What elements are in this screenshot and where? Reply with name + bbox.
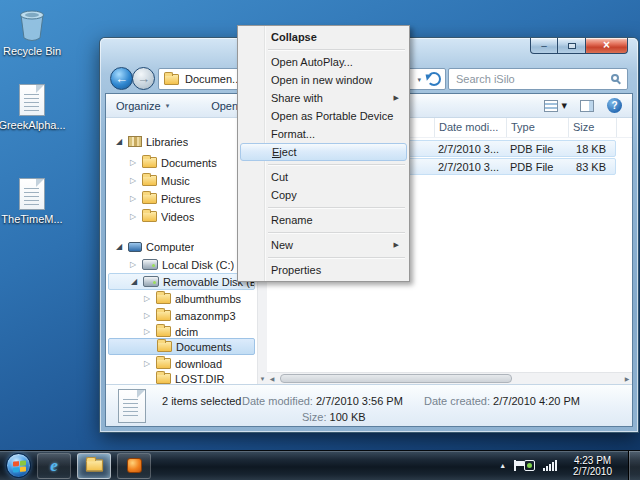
file-date-cell: 2/7/2010 3... xyxy=(435,143,507,155)
tree-item-libraries[interactable]: ◢ Libraries xyxy=(108,133,255,150)
expander-icon[interactable]: ▷ xyxy=(142,311,152,320)
minimize-button[interactable]: – xyxy=(530,38,558,54)
expander-icon[interactable]: ▷ xyxy=(142,359,152,368)
back-button[interactable]: ← xyxy=(110,67,133,90)
menu-item-share-with[interactable]: Share with▶ xyxy=(240,89,407,107)
search-placeholder: Search iSilo xyxy=(456,73,515,85)
forward-button[interactable]: → xyxy=(132,67,155,90)
menu-item-rename[interactable]: Rename xyxy=(240,211,407,229)
folder-icon xyxy=(164,74,179,85)
taskbar-app-windows-explorer[interactable] xyxy=(77,453,111,479)
tree-item-local-disk-c[interactable]: ▷ Local Disk (C:) xyxy=(108,256,255,273)
taskbar-app-media[interactable] xyxy=(117,453,151,479)
tree-item-videos[interactable]: ▷ Videos xyxy=(108,208,255,225)
menu-item-open-autoplay[interactable]: Open AutoPlay... xyxy=(240,53,407,71)
help-button[interactable]: ? xyxy=(607,98,622,113)
column-header-size[interactable]: Size xyxy=(569,118,617,137)
list-horizontal-scrollbar[interactable]: ◀ ▶ xyxy=(267,372,632,384)
desktop-icon-recycle-bin[interactable]: Recycle Bin xyxy=(0,8,64,57)
views-icon xyxy=(544,100,558,112)
safely-remove-hardware-icon[interactable] xyxy=(524,460,535,471)
recycle-bin-icon xyxy=(16,8,48,42)
tree-item-pictures[interactable]: ▷ Pictures xyxy=(108,190,255,207)
preview-pane-button[interactable] xyxy=(580,100,594,112)
menu-separator xyxy=(268,257,405,258)
menu-separator xyxy=(268,164,405,165)
desktop-icon-greekalpha[interactable]: GreekAlpha... xyxy=(0,84,64,131)
expander-icon[interactable]: ▷ xyxy=(128,194,138,203)
show-hidden-icons-button[interactable]: ▲ xyxy=(499,462,506,469)
menu-item-copy[interactable]: Copy xyxy=(240,186,407,204)
tree-item-lost-dir[interactable]: ▷ LOST.DIR xyxy=(108,370,255,384)
scrollbar-thumb[interactable] xyxy=(280,374,512,383)
file-size-cell: 83 KB xyxy=(569,161,611,173)
organize-button[interactable]: Organize ▾ xyxy=(110,95,175,117)
document-icon xyxy=(19,178,45,210)
tree-item-music[interactable]: ▷ Music xyxy=(108,172,255,189)
scroll-down-icon[interactable]: ▼ xyxy=(258,374,267,384)
caption-buttons: – × xyxy=(530,38,628,54)
expander-icon[interactable]: ◢ xyxy=(129,277,139,286)
folder-icon xyxy=(156,326,171,337)
menu-separator xyxy=(268,232,405,233)
tree-item-removable-disk-e[interactable]: ◢ Removable Disk (E:) xyxy=(108,273,255,290)
drive-icon xyxy=(142,259,158,270)
desktop-icon-thetimem[interactable]: TheTimeM... xyxy=(0,178,64,225)
menu-item-open-as-portable-device[interactable]: Open as Portable Device xyxy=(240,107,407,125)
tree-item-label: Music xyxy=(161,175,190,187)
removable-drive-icon xyxy=(143,276,159,287)
submenu-arrow-icon: ▶ xyxy=(394,89,399,107)
tree-item-label: amazonmp3 xyxy=(175,310,236,322)
search-box[interactable]: Search iSilo xyxy=(448,68,628,90)
change-view-button[interactable]: ▾ xyxy=(544,99,567,112)
tree-item-label: Computer xyxy=(146,241,194,253)
expander-icon[interactable]: ▷ xyxy=(128,260,138,269)
tree-item-documents-library[interactable]: ▷ Documents xyxy=(108,154,255,171)
taskbar-app-internet-explorer[interactable]: e xyxy=(37,453,71,479)
taskbar-clock[interactable]: 4:23 PM 2/7/2010 xyxy=(573,455,612,477)
menu-item-cut[interactable]: Cut xyxy=(240,168,407,186)
tree-item-amazonmp3[interactable]: ▷ amazonmp3 xyxy=(108,307,255,324)
desktop-icon-label: TheTimeM... xyxy=(1,213,62,225)
column-header-type[interactable]: Type xyxy=(507,118,569,137)
column-header-date-modified[interactable]: Date modi... xyxy=(435,118,507,137)
date-modified-field: Date modified: 2/7/2010 3:56 PM xyxy=(242,395,403,407)
close-button[interactable]: × xyxy=(585,38,628,54)
tree-item-computer[interactable]: ◢ Computer xyxy=(108,238,255,255)
tree-item-label: Libraries xyxy=(146,136,188,148)
tree-item-albumthumbs[interactable]: ▷ albumthumbs xyxy=(108,290,255,307)
folder-icon xyxy=(156,358,171,369)
folder-icon xyxy=(156,310,171,321)
expander-icon[interactable]: ▷ xyxy=(128,176,138,185)
clock-time: 4:23 PM xyxy=(574,455,611,466)
refresh-icon[interactable] xyxy=(427,72,441,86)
expander-icon[interactable]: ▷ xyxy=(128,158,138,167)
menu-item-eject[interactable]: Eject xyxy=(240,143,407,161)
date-created-field: Date created: 2/7/2010 4:20 PM xyxy=(424,395,580,407)
action-center-flag-icon[interactable] xyxy=(514,460,516,471)
network-icon[interactable] xyxy=(543,460,557,471)
tree-item-label: Videos xyxy=(161,211,194,223)
navigation-pane: ◢ Libraries ▷ Documents ▷ Music ▷ Pictur… xyxy=(106,118,257,384)
expander-icon[interactable]: ▷ xyxy=(128,212,138,221)
maximize-button[interactable] xyxy=(558,38,585,54)
menu-item-open-in-new-window[interactable]: Open in new window xyxy=(240,71,407,89)
menu-item-properties[interactable]: Properties xyxy=(240,261,407,279)
tree-item-label: LOST.DIR xyxy=(175,373,225,385)
computer-icon xyxy=(128,242,142,252)
menu-item-collapse[interactable]: Collapse xyxy=(240,28,407,46)
start-button[interactable] xyxy=(6,453,31,478)
expander-icon[interactable]: ◢ xyxy=(114,242,124,251)
expander-icon[interactable]: ▷ xyxy=(142,327,152,336)
expander-icon[interactable]: ◢ xyxy=(114,137,124,146)
menu-item-new[interactable]: New▶ xyxy=(240,236,407,254)
tree-item-documents-e[interactable]: ▷ Documents xyxy=(108,338,255,355)
address-dropdown-icon[interactable]: ▾ xyxy=(417,76,421,84)
organize-label: Organize xyxy=(116,100,161,112)
breadcrumb[interactable]: Documen... xyxy=(185,73,241,85)
tree-item-label: Documents xyxy=(161,157,217,169)
folder-icon xyxy=(156,373,171,384)
menu-item-format[interactable]: Format... xyxy=(240,125,407,143)
expander-icon[interactable]: ▷ xyxy=(142,294,152,303)
show-desktop-button[interactable] xyxy=(628,451,640,480)
